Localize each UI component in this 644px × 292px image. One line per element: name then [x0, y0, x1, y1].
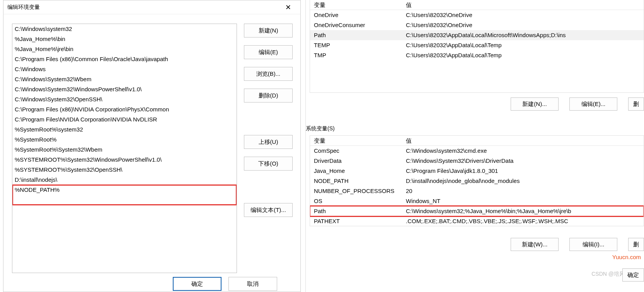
dialog-button-column: 新建(N) 编辑(E) 浏览(B)... 删除(D) 上移(U) 下移(O) 编… [244, 24, 293, 273]
cell-variable: OS [310, 196, 406, 206]
user-new-button[interactable]: 新建(N)... [511, 97, 559, 111]
table-row[interactable]: OSWindows_NT [310, 196, 644, 206]
system-new-button[interactable]: 新建(W)... [511, 238, 559, 251]
path-list-item[interactable]: C:\Windows [12, 64, 237, 74]
path-list-item[interactable]: C:\Windows\system32 [12, 24, 237, 34]
system-vars-label: 系统变量(S) [306, 125, 335, 132]
path-list-item[interactable]: C:\Program Files\NVIDIA Corporation\NVID… [12, 114, 237, 125]
new-button[interactable]: 新建(N) [244, 24, 293, 38]
col-variable: 变量 [310, 0, 406, 10]
table-row[interactable]: ComSpecC:\Windows\system32\cmd.exe [310, 146, 644, 156]
table-row[interactable]: DriverDataC:\Windows\System32\Drivers\Dr… [310, 156, 644, 166]
table-row[interactable]: NUMBER_OF_PROCESSORS20 [310, 186, 644, 196]
path-list-item[interactable]: C:\Program Files (x86)\Common Files\Orac… [12, 54, 237, 64]
dialog-title: 编辑环境变量 [7, 4, 40, 11]
path-list-item[interactable]: C:\Windows\System32\Wbem [12, 74, 237, 84]
system-edit-button[interactable]: 编辑(I)... [569, 238, 617, 251]
path-list-item[interactable]: %Java_Home%\bin [12, 34, 237, 44]
cell-value: C:\Windows\system32\cmd.exe [406, 146, 644, 156]
table-row[interactable]: NODE_PATHD:\install\nodejs\node_global\n… [310, 176, 644, 186]
path-list-item[interactable]: C:\Program Files (x86)\NVIDIA Corporatio… [12, 104, 237, 114]
cell-value: C:\Program Files\Java\jdk1.8.0_301 [406, 166, 644, 176]
cell-variable: DriverData [310, 156, 406, 166]
cell-variable: Path [310, 30, 406, 40]
table-row[interactable]: OneDriveC:\Users\82032\OneDrive [310, 10, 644, 20]
cell-value: D:\install\nodejs\node_global\node_modul… [406, 176, 644, 186]
path-list-item[interactable]: C:\Windows\System32\OpenSSH\ [12, 94, 237, 104]
cell-value: C:\Users\82032\AppData\Local\Microsoft\W… [406, 30, 644, 40]
path-list-item[interactable]: %SystemRoot%\system32 [12, 125, 237, 135]
path-list-item[interactable]: %SYSTEMROOT%\System32\OpenSSH\ [12, 165, 237, 175]
table-row[interactable]: OneDriveConsumerC:\Users\82032\OneDrive [310, 20, 644, 30]
path-list-item[interactable]: %NODE_PATH% [12, 185, 237, 205]
close-icon[interactable]: ✕ [279, 3, 296, 12]
path-list-item[interactable]: %Java_Home%\jre\bin [12, 44, 237, 54]
col-value: 值 [406, 136, 644, 145]
cell-variable: NODE_PATH [310, 176, 406, 186]
delete-button[interactable]: 删除(D) [244, 89, 293, 102]
table-row[interactable]: TMPC:\Users\82032\AppData\Local\Temp [310, 50, 644, 60]
cell-variable: OneDrive [310, 10, 406, 20]
cell-variable: NUMBER_OF_PROCESSORS [310, 186, 406, 196]
path-list-item[interactable]: %SystemRoot%\System32\Wbem [12, 145, 237, 155]
cell-value: C:\Users\82032\AppData\Local\Temp [406, 50, 644, 60]
cell-variable: Java_Home [310, 166, 406, 176]
grid-header: 变量 值 [310, 136, 644, 146]
system-vars-buttons: 新建(W)... 编辑(I)... 删 [511, 238, 644, 251]
cell-value: 20 [406, 186, 644, 196]
env-vars-parent-window: 变量 值 OneDriveC:\Users\82032\OneDriveOneD… [305, 0, 644, 292]
cell-value: Windows_NT [406, 196, 644, 206]
path-list-item[interactable]: %SystemRoot% [12, 135, 237, 145]
system-vars-grid[interactable]: 变量 值 ComSpecC:\Windows\system32\cmd.exeD… [310, 135, 644, 226]
col-variable: 变量 [310, 136, 406, 145]
cell-variable: PATHEXT [310, 216, 406, 226]
cell-value: C:\Windows\System32\Drivers\DriverData [406, 156, 644, 166]
table-row[interactable]: TEMPC:\Users\82032\AppData\Local\Temp [310, 40, 644, 50]
user-vars-buttons: 新建(N)... 编辑(E)... 删 [511, 97, 644, 111]
cell-variable: OneDriveConsumer [310, 20, 406, 30]
user-delete-button[interactable]: 删 [628, 97, 644, 111]
dialog-body: C:\Windows\system32%Java_Home%\bin%Java_… [3, 14, 300, 275]
cell-variable: TMP [310, 50, 406, 60]
parent-ok-button[interactable]: 确定 [622, 268, 644, 282]
dialog-titlebar: 编辑环境变量 ✕ [3, 0, 300, 14]
table-row[interactable]: PATHEXT.COM;.EXE;.BAT;.CMD;.VBS;.VBE;.JS… [310, 216, 644, 226]
watermark-site: Yuucn.com [612, 254, 641, 260]
dialog-footer: 确定 取消 [3, 275, 300, 292]
move-down-button[interactable]: 下移(O) [244, 157, 293, 171]
path-list-item[interactable]: %SYSTEMROOT%\System32\WindowsPowerShell\… [12, 155, 237, 165]
cell-value: C:\Users\82032\OneDrive [406, 10, 644, 20]
path-list-item[interactable]: C:\Windows\System32\WindowsPowerShell\v1… [12, 84, 237, 94]
path-list[interactable]: C:\Windows\system32%Java_Home%\bin%Java_… [12, 24, 237, 273]
table-row[interactable]: PathC:\Windows\system32;%Java_Home%\bin;… [310, 206, 644, 216]
cancel-button[interactable]: 取消 [228, 277, 277, 291]
system-delete-button[interactable]: 删 [628, 238, 644, 251]
cell-variable: TEMP [310, 40, 406, 50]
edit-env-var-dialog: 编辑环境变量 ✕ C:\Windows\system32%Java_Home%\… [3, 0, 301, 292]
cell-variable: ComSpec [310, 146, 406, 156]
col-value: 值 [406, 0, 644, 10]
browse-button[interactable]: 浏览(B)... [244, 67, 293, 81]
ok-button[interactable]: 确定 [173, 277, 221, 291]
table-row[interactable]: Java_HomeC:\Program Files\Java\jdk1.8.0_… [310, 166, 644, 176]
cell-value: C:\Users\82032\OneDrive [406, 20, 644, 30]
user-vars-grid[interactable]: 变量 值 OneDriveC:\Users\82032\OneDriveOneD… [310, 0, 644, 93]
edit-button[interactable]: 编辑(E) [244, 45, 293, 59]
move-up-button[interactable]: 上移(U) [244, 135, 293, 149]
cell-value: C:\Users\82032\AppData\Local\Temp [406, 40, 644, 50]
user-edit-button[interactable]: 编辑(E)... [569, 97, 617, 111]
cell-value: C:\Windows\system32;%Java_Home%\bin;%Jav… [406, 206, 644, 216]
cell-variable: Path [310, 206, 406, 216]
edit-text-button[interactable]: 编辑文本(T)... [244, 203, 293, 217]
table-row[interactable]: PathC:\Users\82032\AppData\Local\Microso… [310, 30, 644, 40]
cell-value: .COM;.EXE;.BAT;.CMD;.VBS;.VBE;.JS;.JSE;.… [406, 216, 644, 226]
grid-header: 变量 值 [310, 0, 644, 10]
path-list-item[interactable]: D:\install\nodejs\ [12, 175, 237, 185]
